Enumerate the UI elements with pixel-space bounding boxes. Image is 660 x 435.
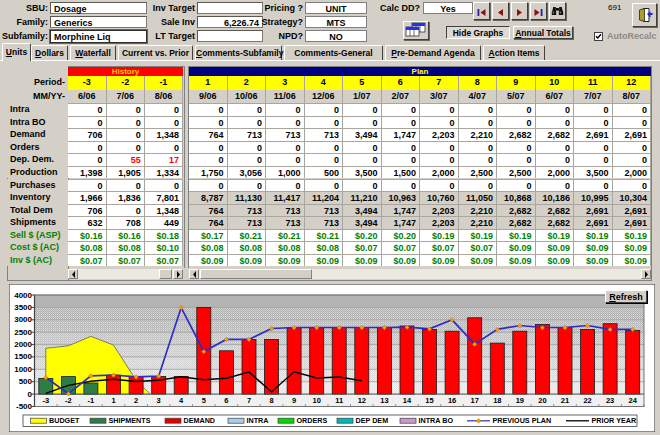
svg-text:6: 6 [224, 396, 228, 405]
svg-text:0: 0 [28, 390, 33, 399]
svg-text:16: 16 [448, 396, 456, 405]
svg-text:13: 13 [380, 396, 388, 405]
svg-text:500: 500 [19, 377, 33, 386]
svg-text:3500: 3500 [14, 303, 32, 312]
svg-text:3: 3 [157, 396, 161, 405]
svg-text:1500: 1500 [14, 352, 32, 361]
svg-text:5: 5 [202, 396, 206, 405]
svg-text:-3: -3 [42, 396, 49, 405]
svg-text:14: 14 [403, 396, 412, 405]
svg-text:INTRA: INTRA [247, 416, 269, 425]
svg-text:SHIPMENTS: SHIPMENTS [109, 416, 151, 425]
svg-text:2000: 2000 [14, 340, 32, 349]
svg-text:24: 24 [629, 396, 638, 405]
svg-text:DEP DEM: DEP DEM [356, 416, 389, 425]
svg-text:PRIOR YEAR: PRIOR YEAR [592, 416, 637, 425]
svg-text:BUDGET: BUDGET [49, 416, 80, 425]
svg-text:18: 18 [493, 396, 501, 405]
svg-text:9: 9 [292, 396, 296, 405]
svg-text:7: 7 [247, 396, 251, 405]
svg-text:DEMAND: DEMAND [184, 416, 216, 425]
svg-text:ORDERS: ORDERS [297, 416, 328, 425]
svg-text:2: 2 [134, 396, 138, 405]
svg-text:11: 11 [335, 396, 343, 405]
svg-text:2500: 2500 [14, 328, 32, 337]
svg-text:-500: -500 [16, 402, 33, 411]
svg-text:23: 23 [606, 396, 614, 405]
svg-text:1000: 1000 [14, 365, 32, 374]
svg-text:12: 12 [358, 396, 366, 405]
svg-text:PREVIOUS PLAN: PREVIOUS PLAN [493, 416, 552, 425]
svg-text:1: 1 [111, 396, 115, 405]
svg-text:20: 20 [538, 396, 546, 405]
svg-text:3000: 3000 [14, 315, 32, 324]
svg-text:INTRA BO: INTRA BO [419, 416, 454, 425]
svg-text:-1: -1 [88, 396, 95, 405]
svg-text:10: 10 [313, 396, 321, 405]
svg-text:8: 8 [269, 396, 273, 405]
svg-text:19: 19 [516, 396, 524, 405]
svg-text:22: 22 [583, 396, 591, 405]
svg-text:21: 21 [561, 396, 569, 405]
svg-text:-2: -2 [65, 396, 72, 405]
svg-text:17: 17 [471, 396, 479, 405]
svg-text:15: 15 [425, 396, 433, 405]
svg-text:4000: 4000 [14, 291, 32, 300]
